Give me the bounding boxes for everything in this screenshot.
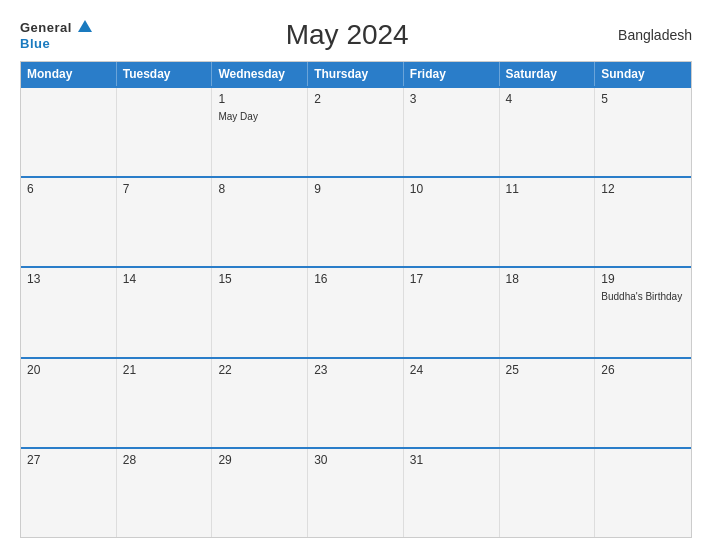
calendar-page: General Blue May 2024 Bangladesh Monday … [0,0,712,550]
calendar-grid: Monday Tuesday Wednesday Thursday Friday… [20,61,692,538]
cell-w4-d1: 20 [21,359,117,447]
day-number: 9 [314,182,397,196]
cell-w2-d5: 10 [404,178,500,266]
cell-w1-d7: 5 [595,88,691,176]
day-event: Buddha's Birthday [601,290,685,303]
cell-w1-d2 [117,88,213,176]
day-number: 2 [314,92,397,106]
day-number: 24 [410,363,493,377]
cell-w5-d5: 31 [404,449,500,537]
country-label: Bangladesh [602,27,692,43]
day-number: 15 [218,272,301,286]
week-2: 6789101112 [21,176,691,266]
cell-w5-d2: 28 [117,449,213,537]
cell-w5-d3: 29 [212,449,308,537]
logo-triangle-icon [78,20,92,32]
calendar-body: 1May Day2345678910111213141516171819Budd… [21,86,691,537]
cell-w5-d1: 27 [21,449,117,537]
day-number: 13 [27,272,110,286]
cell-w3-d7: 19Buddha's Birthday [595,268,691,356]
cell-w2-d1: 6 [21,178,117,266]
day-number: 7 [123,182,206,196]
calendar-title: May 2024 [92,19,602,51]
logo-general: General [20,20,72,35]
day-number: 18 [506,272,589,286]
header-friday: Friday [404,62,500,86]
header-monday: Monday [21,62,117,86]
header-saturday: Saturday [500,62,596,86]
day-number: 23 [314,363,397,377]
day-number: 26 [601,363,685,377]
day-number: 3 [410,92,493,106]
header-tuesday: Tuesday [117,62,213,86]
cell-w1-d3: 1May Day [212,88,308,176]
cell-w5-d6 [500,449,596,537]
calendar-header: Monday Tuesday Wednesday Thursday Friday… [21,62,691,86]
day-number: 11 [506,182,589,196]
cell-w4-d2: 21 [117,359,213,447]
day-number: 17 [410,272,493,286]
day-number: 5 [601,92,685,106]
cell-w3-d4: 16 [308,268,404,356]
week-1: 1May Day2345 [21,86,691,176]
day-number: 6 [27,182,110,196]
cell-w4-d4: 23 [308,359,404,447]
cell-w3-d6: 18 [500,268,596,356]
day-number: 16 [314,272,397,286]
header-thursday: Thursday [308,62,404,86]
day-event: May Day [218,110,301,123]
cell-w5-d7 [595,449,691,537]
cell-w1-d5: 3 [404,88,500,176]
day-number: 10 [410,182,493,196]
day-number: 8 [218,182,301,196]
day-number: 1 [218,92,301,106]
cell-w4-d5: 24 [404,359,500,447]
cell-w5-d4: 30 [308,449,404,537]
header-wednesday: Wednesday [212,62,308,86]
day-number: 14 [123,272,206,286]
cell-w2-d3: 8 [212,178,308,266]
header: General Blue May 2024 Bangladesh [20,18,692,51]
cell-w1-d1 [21,88,117,176]
cell-w1-d4: 2 [308,88,404,176]
day-number: 25 [506,363,589,377]
cell-w3-d3: 15 [212,268,308,356]
cell-w3-d2: 14 [117,268,213,356]
logo: General Blue [20,18,92,51]
cell-w2-d4: 9 [308,178,404,266]
week-4: 20212223242526 [21,357,691,447]
day-number: 30 [314,453,397,467]
cell-w1-d6: 4 [500,88,596,176]
cell-w2-d6: 11 [500,178,596,266]
cell-w4-d7: 26 [595,359,691,447]
cell-w2-d2: 7 [117,178,213,266]
cell-w4-d3: 22 [212,359,308,447]
logo-blue: Blue [20,36,50,51]
day-number: 4 [506,92,589,106]
cell-w4-d6: 25 [500,359,596,447]
day-number: 28 [123,453,206,467]
day-number: 12 [601,182,685,196]
day-number: 31 [410,453,493,467]
cell-w2-d7: 12 [595,178,691,266]
week-3: 13141516171819Buddha's Birthday [21,266,691,356]
header-sunday: Sunday [595,62,691,86]
day-number: 27 [27,453,110,467]
week-5: 2728293031 [21,447,691,537]
day-number: 21 [123,363,206,377]
day-number: 19 [601,272,685,286]
cell-w3-d1: 13 [21,268,117,356]
day-number: 29 [218,453,301,467]
day-number: 22 [218,363,301,377]
logo-text: General [20,18,92,36]
day-number: 20 [27,363,110,377]
cell-w3-d5: 17 [404,268,500,356]
